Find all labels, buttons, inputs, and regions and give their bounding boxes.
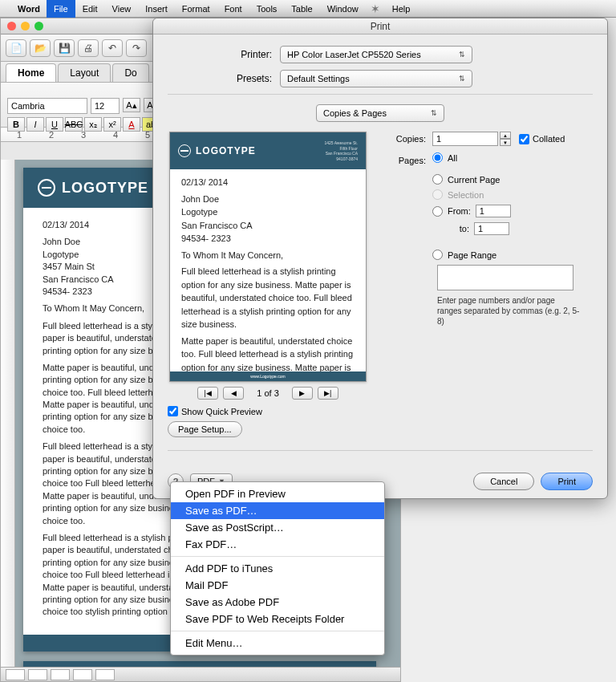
prev-page-button[interactable]: ◀ [223, 387, 244, 400]
page-setup-button[interactable]: Page Setup... [168, 421, 242, 437]
menu-format[interactable]: Format [175, 0, 217, 18]
minimize-icon[interactable] [21, 22, 30, 30]
cancel-button[interactable]: Cancel [473, 473, 534, 490]
menu-help[interactable]: Help [385, 0, 418, 18]
chevron-updown-icon: ⇅ [459, 75, 465, 83]
redo-icon[interactable]: ↷ [126, 39, 147, 57]
new-doc-icon[interactable]: 📄 [6, 39, 26, 57]
pages-from-radio[interactable]: From: [432, 205, 593, 217]
pdf-menu-web-receipts[interactable]: Save PDF to Web Receipts Folder [171, 611, 384, 627]
preview-footer: www.Logotype.com [170, 371, 366, 381]
menu-font[interactable]: Font [217, 0, 249, 18]
menu-insert[interactable]: Insert [138, 0, 175, 18]
preview-page: LOGOTYPE 1425 Awesome St.Fifth FloorSan … [169, 132, 367, 382]
pdf-menu-fax[interactable]: Fax PDF… [171, 536, 384, 553]
preview-header-address: 1425 Awesome St.Fifth FloorSan Francisco… [324, 140, 358, 161]
menu-edit[interactable]: Edit [75, 0, 105, 18]
view-publishing-icon[interactable] [51, 669, 70, 680]
page-range-radio[interactable]: Page Range [432, 250, 593, 260]
chevron-down-icon[interactable]: ▼ [500, 139, 511, 146]
pdf-menu-save-as-pdf[interactable]: Save as PDF… [171, 502, 384, 519]
menu-separator [171, 556, 384, 557]
close-icon[interactable] [7, 22, 16, 30]
menu-window[interactable]: Window [320, 0, 366, 18]
tab-document[interactable]: Do [112, 63, 148, 82]
logo-icon [38, 179, 55, 197]
logo-icon [178, 144, 191, 157]
zoom-icon[interactable] [34, 22, 43, 30]
chevron-updown-icon: ⇅ [431, 109, 437, 117]
divider [168, 94, 593, 95]
menu-table[interactable]: Table [284, 0, 319, 18]
menu-view[interactable]: View [105, 0, 139, 18]
print-button[interactable]: Print [541, 473, 593, 490]
printer-select[interactable]: HP Color LaserJet CP5520 Series⇅ [280, 46, 472, 63]
collated-input[interactable] [519, 134, 529, 144]
quick-preview-input[interactable] [168, 406, 178, 416]
save-icon[interactable]: 💾 [54, 39, 75, 57]
logo-text: LOGOTYPE [62, 180, 148, 197]
vertical-ruler[interactable] [1, 160, 15, 667]
letterhead-header: LOGOTYPE [23, 661, 376, 667]
presets-label: Presets: [168, 73, 280, 84]
font-size-input[interactable] [91, 98, 120, 114]
menu-separator [171, 631, 384, 631]
print-preview-pane: LOGOTYPE 1425 Awesome St.Fifth FloorSan … [168, 132, 368, 437]
collated-checkbox[interactable]: Collated [519, 134, 565, 144]
tab-home[interactable]: Home [6, 63, 56, 82]
last-page-button[interactable]: ▶| [318, 387, 338, 400]
pdf-menu-adobe[interactable]: Save as Adobe PDF [171, 594, 384, 611]
from-input[interactable] [476, 205, 511, 217]
print-dialog: Print Printer: HP Color LaserJet CP5520 … [152, 18, 608, 499]
pdf-menu-itunes[interactable]: Add PDF to iTunes [171, 560, 384, 577]
print-panel-select[interactable]: Copies & Pages⇅ [316, 104, 444, 122]
pdf-menu-save-postscript[interactable]: Save as PostScript… [171, 519, 384, 536]
app-name[interactable]: Word [11, 4, 47, 14]
chevron-up-icon[interactable]: ▲ [500, 132, 511, 139]
pdf-menu-edit[interactable]: Edit Menu… [171, 635, 384, 652]
undo-icon[interactable]: ↶ [102, 39, 123, 57]
view-notebook-icon[interactable] [73, 669, 92, 680]
view-print-layout-icon[interactable] [6, 669, 25, 680]
pages-selection-radio: Selection [432, 189, 593, 200]
copies-label: Copies: [383, 134, 426, 144]
menubar: Word File Edit View Insert Format Font T… [0, 0, 616, 18]
show-quick-preview-checkbox[interactable]: Show Quick Preview [168, 406, 368, 416]
document-page-2[interactable]: LOGOTYPE [23, 661, 376, 667]
chevron-updown-icon: ⇅ [459, 51, 465, 59]
pdf-dropdown-menu: Open PDF in Preview Save as PDF… Save as… [170, 481, 385, 656]
view-outline-icon[interactable] [28, 669, 47, 680]
to-label: to: [447, 224, 469, 233]
printer-label: Printer: [168, 49, 280, 60]
grow-font-icon[interactable]: A▴ [123, 98, 140, 112]
print-icon[interactable]: 🖨 [78, 39, 99, 57]
word-statusbar [1, 667, 400, 681]
pages-current-radio[interactable]: Current Page [432, 174, 593, 185]
next-page-button[interactable]: ▶ [292, 387, 313, 400]
font-name-input[interactable] [7, 98, 87, 114]
preview-nav: |◀ ◀ 1 of 3 ▶ ▶| [168, 387, 368, 400]
pages-label: Pages: [383, 156, 426, 165]
dialog-title: Print [153, 18, 607, 35]
menu-tools[interactable]: Tools [249, 0, 285, 18]
pages-all-radio[interactable]: All [432, 152, 457, 163]
presets-select[interactable]: Default Settings⇅ [280, 70, 472, 87]
pdf-menu-mail[interactable]: Mail PDF [171, 577, 384, 594]
copies-stepper[interactable]: ▲▼ [500, 132, 511, 146]
logo-text: LOGOTYPE [196, 145, 256, 156]
page-range-hint: Enter page numbers and/or page ranges se… [437, 295, 582, 327]
copies-input[interactable] [432, 132, 498, 146]
open-icon[interactable]: 📂 [30, 39, 51, 57]
page-range-input[interactable] [437, 265, 573, 290]
to-input[interactable] [474, 222, 509, 235]
first-page-button[interactable]: |◀ [197, 387, 218, 400]
script-menu-icon[interactable]: ✶ [371, 2, 380, 15]
divider [168, 450, 593, 451]
page-indicator: 1 of 3 [257, 388, 279, 398]
print-options: Copies: ▲▼ Collated Pages: All Current P… [379, 132, 593, 437]
pdf-menu-open-preview[interactable]: Open PDF in Preview [171, 485, 384, 502]
tab-layout[interactable]: Layout [58, 63, 111, 82]
view-focus-icon[interactable] [95, 669, 115, 680]
menu-file[interactable]: File [47, 0, 75, 18]
